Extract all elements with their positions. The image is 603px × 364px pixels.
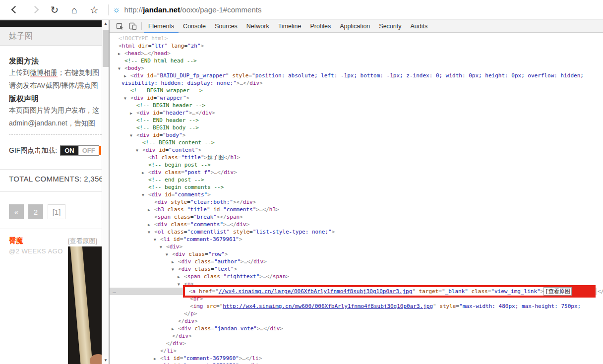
dom-tree-line[interactable]: ▼<div id="body"> — [110, 131, 603, 139]
dom-tree-line[interactable]: <!DOCTYPE html> — [110, 35, 603, 42]
dom-tree-line[interactable]: <!-- BEGIN content --> — [110, 139, 603, 146]
expand-arrow-icon[interactable]: ▶ — [178, 273, 180, 281]
page-scrollbar[interactable]: ▲ ▼ — [102, 20, 109, 364]
scrollbar-up-arrow-icon[interactable]: ▲ — [102, 20, 109, 27]
dom-tree-line[interactable]: <html dir="ltr" lang="zh"> — [110, 42, 603, 50]
collapse-arrow-icon[interactable]: ▼ — [166, 251, 168, 258]
dom-tree-line[interactable]: ▼<div id="comments"> — [110, 191, 603, 198]
dom-tree-line[interactable]: <img src="http://wx4.sinaimg.cn/mw600/00… — [110, 303, 603, 310]
view-original-link[interactable]: [查看原图] — [68, 237, 97, 245]
dom-tree-line[interactable]: ▶<div class="post f">…</div> — [110, 169, 603, 176]
dom-tree-line[interactable]: ▶<div id="BAIDU_DUP_fp_wrapper" style="p… — [110, 72, 603, 79]
dom-tree-line[interactable]: </div> — [110, 317, 603, 325]
dom-tree-line[interactable]: </li> — [110, 347, 603, 355]
collapse-arrow-icon[interactable]: ▼ — [160, 243, 162, 251]
dom-tree-line[interactable]: ▼<ol class="commentlist" style="list-sty… — [110, 228, 603, 236]
attribute-url-link[interactable]: //wx4.sinaimg.cn/large/006XfbArly1fnmo4f… — [219, 288, 413, 295]
dom-tree-line[interactable]: <!-- BEGIN body --> — [110, 124, 603, 131]
dom-tree-line[interactable]: ▶<li id="comment-3679959">…</li> — [110, 362, 603, 364]
collapse-arrow-icon[interactable]: ▼ — [124, 95, 126, 102]
weibo-album-link[interactable]: 微博相册 — [30, 68, 58, 77]
dom-tree-line[interactable]: ▼<div id="content"> — [110, 146, 603, 154]
pagination-page-2-button[interactable]: 2 — [28, 204, 43, 219]
dom-tree-line[interactable]: <!-- begin comments --> — [110, 183, 603, 191]
tab-network[interactable]: Network — [242, 20, 274, 33]
refresh-icon[interactable]: ↻ — [45, 2, 64, 17]
tab-console[interactable]: Console — [179, 20, 210, 33]
dom-tree-line[interactable]: </div> — [110, 340, 603, 347]
dom-tree-line[interactable]: ▶<div class="author">…</div> — [110, 258, 603, 265]
dom-tree-line[interactable]: <div style="clear:both;"></div> — [110, 198, 603, 206]
expand-arrow-icon[interactable]: ▶ — [172, 258, 174, 266]
dom-tree-line[interactable]: ▼<div id="wrapper"> — [110, 94, 603, 102]
tab-timeline[interactable]: Timeline — [274, 20, 306, 33]
comment-photo[interactable] — [68, 246, 102, 364]
inspect-element-icon[interactable] — [114, 20, 126, 32]
attribute-url-link[interactable]: http://wx4.sinaimg.cn/mw600/006XfbArly1f… — [223, 303, 433, 309]
dom-tree-line-selected[interactable]: …<a href="//wx4.sinaimg.cn/large/006XfbA… — [110, 288, 603, 295]
dom-tree-line[interactable]: <!-- begin post --> — [110, 161, 603, 169]
collapse-arrow-icon[interactable]: ▼ — [118, 65, 121, 72]
code-token: < — [178, 266, 181, 272]
dom-tree-line[interactable]: <span class="break"></span> — [110, 213, 603, 221]
back-icon[interactable] — [5, 2, 25, 17]
scrollbar-down-arrow-icon[interactable]: ▼ — [102, 357, 109, 364]
dom-tree-line[interactable]: ▶<span class="righttext">…</span> — [110, 273, 603, 280]
scrollbar-thumb[interactable] — [103, 30, 109, 67]
expand-arrow-icon[interactable]: ▶ — [172, 325, 174, 333]
dom-tree-line[interactable]: <!-- end post --> — [110, 176, 603, 183]
expand-arrow-icon[interactable]: ▶ — [130, 110, 132, 117]
dom-tree-line[interactable]: ▶<div id="header">…</div> — [110, 109, 603, 117]
dom-tree-line[interactable]: ▶<li id="comment-3679960">…</li> — [110, 355, 603, 362]
home-icon[interactable]: ⌂ — [64, 2, 84, 17]
code-token: lang — [171, 43, 184, 49]
dom-tree-line[interactable]: <!-- BEGIN wrapper --> — [110, 87, 603, 94]
tab-profiles[interactable]: Profiles — [305, 20, 335, 33]
dom-tree-line[interactable]: ▶<div class="comments">…</div> — [110, 221, 603, 228]
code-token: > — [207, 191, 211, 198]
favorites-star-icon[interactable]: ☆ — [84, 2, 104, 17]
dom-tree-line[interactable]: <!-- END html head --> — [110, 57, 603, 64]
pagination-prev-button[interactable]: « — [9, 204, 24, 219]
dom-tree-line[interactable]: ▶<h3 class="title" id="comments">…</h3> — [110, 206, 603, 213]
device-toolbar-icon[interactable] — [126, 20, 139, 32]
collapse-arrow-icon[interactable]: ▼ — [142, 191, 144, 199]
tab-security[interactable]: Security — [374, 20, 406, 33]
expand-arrow-icon[interactable]: ▶ — [148, 221, 150, 229]
dom-tree-line[interactable]: visibility: hidden; display: none;">…</d… — [110, 79, 603, 87]
tab-audits[interactable]: Audits — [406, 20, 432, 33]
dom-tree-line[interactable]: ▶<head>…</head> — [110, 50, 603, 57]
tab-application[interactable]: Application — [335, 20, 374, 33]
collapse-arrow-icon[interactable]: ▼ — [172, 266, 174, 273]
expand-arrow-icon[interactable]: ▶ — [118, 50, 121, 58]
collapse-arrow-icon[interactable]: ▼ — [154, 236, 156, 243]
address-bar[interactable]: ☼ http://jandan.net/ooxx/page-1#comments — [113, 5, 261, 15]
pagination-page-1-button[interactable]: [1] — [48, 204, 65, 219]
gif-toggle-off-button[interactable]: OFF — [78, 146, 99, 155]
code-token: div — [249, 80, 259, 86]
expand-arrow-icon[interactable]: ▶ — [148, 206, 150, 214]
expand-arrow-icon[interactable]: ▶ — [154, 355, 156, 363]
expand-arrow-icon[interactable]: ▶ — [142, 169, 144, 177]
dom-tree-line[interactable]: <!-- BEGIN header --> — [110, 102, 603, 109]
gif-toggle-on-button[interactable]: ON — [60, 146, 78, 155]
dom-tree-line[interactable]: ▼<li id="comment-3679961"> — [110, 236, 603, 243]
collapse-arrow-icon[interactable]: ▼ — [178, 281, 180, 288]
dom-tree-line[interactable]: <h1 class="title">妹子图</h1> — [110, 154, 603, 161]
dom-tree-line[interactable]: ▼<div> — [110, 243, 603, 250]
dom-tree-line[interactable]: ▼<body> — [110, 64, 603, 72]
dom-tree-line[interactable]: </div> — [110, 332, 603, 340]
forward-icon[interactable] — [25, 2, 45, 17]
tab-sources[interactable]: Sources — [210, 20, 242, 33]
dom-tree-line[interactable]: <!-- END header --> — [110, 117, 603, 124]
dom-tree-line[interactable]: ▼<div class="text"> — [110, 265, 603, 273]
collapse-arrow-icon[interactable]: ▼ — [130, 132, 132, 139]
expand-arrow-icon[interactable]: ▶ — [124, 72, 126, 80]
collapse-arrow-icon[interactable]: ▼ — [148, 229, 150, 236]
dom-tree-line[interactable]: </p> — [110, 310, 603, 317]
tab-elements[interactable]: Elements — [144, 20, 179, 33]
dom-tree-line[interactable]: ▶<div class="jandan-vote">…</div> — [110, 325, 603, 332]
comment-author[interactable]: 臀魔 — [9, 237, 23, 245]
dom-tree-line[interactable]: ▼<div class="row"> — [110, 250, 603, 258]
collapse-arrow-icon[interactable]: ▼ — [136, 147, 138, 154]
